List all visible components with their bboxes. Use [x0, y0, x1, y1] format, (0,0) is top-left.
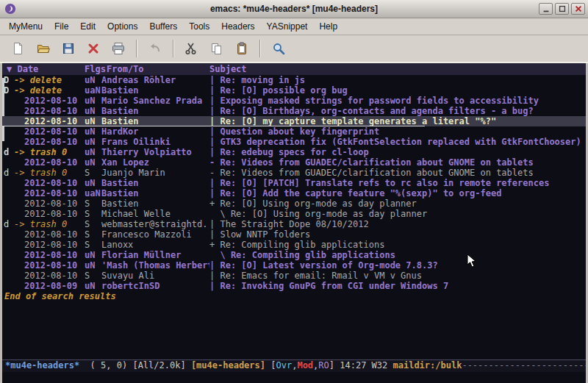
menu-item-headers[interactable]: Headers	[215, 19, 260, 34]
close-icon	[574, 4, 583, 13]
mark-cell: d	[4, 168, 14, 178]
message-row[interactable]: 2012-08-10uNBastien| Re: [O] my capture …	[2, 116, 586, 126]
message-row[interactable]: 2012-08-10uaNBastien| Re: [O] Add the ca…	[2, 188, 586, 198]
from-cell: Suvayu Ali	[101, 271, 209, 281]
subject-cell: \ Re: Compiling glib applications	[209, 250, 586, 260]
print-button[interactable]	[107, 37, 129, 60]
title-bar[interactable]: emacs: *mu4e-headers* [mu4e-headers]	[0, 0, 588, 18]
subject-cell: | Re: [O] possible org bug	[209, 85, 586, 96]
minimize-button[interactable]	[539, 3, 553, 15]
cut-button[interactable]	[181, 37, 203, 60]
subject-cell: | Re: Invoking GnuPG from CGI under Wind…	[209, 281, 586, 291]
message-row[interactable]: 2012-08-09uNrobertcInSD| Re: Invoking Gn…	[2, 281, 586, 291]
mark-cell	[4, 178, 14, 188]
mode-line[interactable]: *mu4e-headers* ( 5, 0) [All/2.0k] [mu4e-…	[2, 359, 586, 372]
undo-icon	[148, 41, 162, 56]
mark-cell	[4, 126, 14, 137]
from-cell: Bastien	[101, 85, 209, 96]
column-from[interactable]: From/To	[107, 64, 144, 74]
menu-item-mymenu[interactable]: MyMenu	[3, 19, 49, 34]
emacs-icon	[4, 3, 16, 15]
date-cell: 2012-08-10	[14, 188, 85, 198]
flags-cell: uN	[85, 75, 101, 85]
column-subject[interactable]: Subject	[209, 64, 247, 74]
column-date[interactable]: ▼ Date	[7, 64, 38, 74]
menu-item-options[interactable]: Options	[101, 19, 143, 34]
toolbar-separator	[173, 40, 174, 57]
new-file-button[interactable]	[7, 37, 29, 60]
menu-item-file[interactable]: File	[49, 19, 74, 34]
flags-cell: uN	[85, 178, 101, 188]
search-button[interactable]	[268, 37, 290, 60]
subject-cell: | Re: [O] Latest version of Org-mode 7.8…	[209, 260, 586, 271]
mark-cell: D	[4, 85, 14, 96]
from-cell: Bastien	[101, 116, 209, 126]
message-row[interactable]: 2012-08-10uNFrans Oilinki| GTK3 deprecat…	[2, 137, 586, 147]
menu-item-buffers[interactable]: Buffers	[143, 19, 183, 34]
undo-button[interactable]	[144, 37, 166, 60]
from-cell: Bastien	[101, 188, 209, 198]
modeline-segment-orange: [mu4e-headers]	[191, 360, 265, 371]
date-cell: 2012-08-10	[14, 198, 85, 209]
open-file-icon	[36, 41, 51, 56]
mark-cell	[4, 260, 14, 271]
date-cell: 2012-08-10	[14, 126, 85, 137]
modeline-segment-plain: [	[265, 360, 276, 371]
search-icon	[271, 41, 286, 56]
copy-button[interactable]	[206, 37, 228, 60]
message-row[interactable]: 2012-08-10SSuvayu Ali| Re: Emacs for ema…	[2, 271, 586, 281]
message-row[interactable]: 2012-08-10uNMario Sanchez Prada| Exposin…	[2, 96, 586, 106]
menu-item-help[interactable]: Help	[313, 19, 343, 34]
menu-item-edit[interactable]: Edit	[74, 19, 101, 34]
save-button[interactable]	[57, 37, 79, 60]
from-cell: webmaster@straightd...	[101, 219, 209, 229]
mu4e-headers-buffer[interactable]: ▼ Date Flgs From/To Subject D-> deleteuN…	[2, 63, 586, 359]
date-cell: 2012-08-10	[14, 229, 85, 240]
open-file-button[interactable]	[32, 37, 54, 60]
paste-icon	[234, 41, 249, 56]
message-row[interactable]: 2012-08-10uNHardKor| Question about key …	[2, 126, 586, 137]
message-row[interactable]: D-> deleteuNAndreas Röhler| Re: moving i…	[2, 75, 586, 85]
mark-cell	[4, 188, 14, 198]
message-row[interactable]: 2012-08-10SBastien+ Re: [O] Using org-mo…	[2, 198, 586, 209]
kill-buffer-button[interactable]	[82, 37, 104, 60]
menu-item-tools[interactable]: Tools	[183, 19, 215, 34]
mark-cell	[4, 137, 14, 147]
message-row[interactable]: 2012-08-10SFrancesco Mazzoli| Slow NNTP …	[2, 229, 586, 240]
date-cell: -> trash 0	[14, 168, 85, 178]
message-row[interactable]: 2012-08-10uNBastien| Re: [O] Birthdays, …	[2, 106, 586, 116]
message-row[interactable]: 2012-08-10SMichael Welle \ Re: [O] Using…	[2, 209, 586, 219]
modeline-segment-orange: maildir:/bulk	[392, 360, 462, 371]
message-row[interactable]: d-> trash 0uNThierry Volpiatto| Re: edeb…	[2, 147, 586, 157]
toolbar-separator	[259, 40, 261, 57]
message-row[interactable]: 2012-08-10uNBastien| Re: [O] [PATCH] Tra…	[2, 178, 586, 188]
subject-cell: | Exposing masked strings for password f…	[209, 96, 586, 106]
kill-buffer-icon	[86, 41, 101, 56]
message-row[interactable]: 2012-08-10uNXan Lopez- Re: Videos from G…	[2, 157, 586, 168]
message-row[interactable]: d-> trash 0SJuanjo Marin- Re: Videos fro…	[2, 168, 586, 178]
flags-cell: S	[85, 198, 101, 209]
subject-cell: | Re: [O] my capture template generates …	[209, 116, 586, 126]
modeline-segment-buffer: *mu4e-headers*	[5, 360, 79, 371]
message-row[interactable]: 2012-08-10SLanoxx+ Re: Compiling glib ap…	[2, 240, 586, 250]
message-row[interactable]: d-> trash 0Swebmaster@straightd...| The …	[2, 219, 586, 229]
save-icon	[61, 41, 76, 56]
message-row[interactable]: D-> deleteuaNBastien| Re: [O] possible o…	[2, 85, 586, 96]
message-row[interactable]: 2012-08-10uNFlorian Müllner \ Re: Compil…	[2, 250, 586, 260]
date-cell: 2012-08-10	[14, 137, 85, 147]
subject-cell: | Re: moving in js	[209, 75, 586, 85]
print-icon	[111, 41, 126, 56]
column-flags[interactable]: Flgs	[85, 64, 106, 74]
menu-item-yasnippet[interactable]: YASnippet	[261, 19, 314, 34]
mark-cell	[4, 250, 14, 260]
echo-area[interactable]	[2, 372, 586, 383]
close-button[interactable]	[571, 3, 585, 15]
mouse-cursor	[467, 254, 477, 271]
modeline-segment-plain: ( 5, 0) [All/2.0k]	[79, 360, 191, 371]
paste-button[interactable]	[231, 37, 253, 60]
mark-cell	[4, 198, 14, 209]
copy-icon	[209, 41, 224, 56]
maximize-button[interactable]	[555, 3, 569, 15]
message-row[interactable]: 2012-08-10uN'Mash (Thomas Herbert)| Re: …	[2, 260, 586, 271]
subject-cell: \ Re: [O] Using org-mode as day planner	[209, 209, 586, 219]
